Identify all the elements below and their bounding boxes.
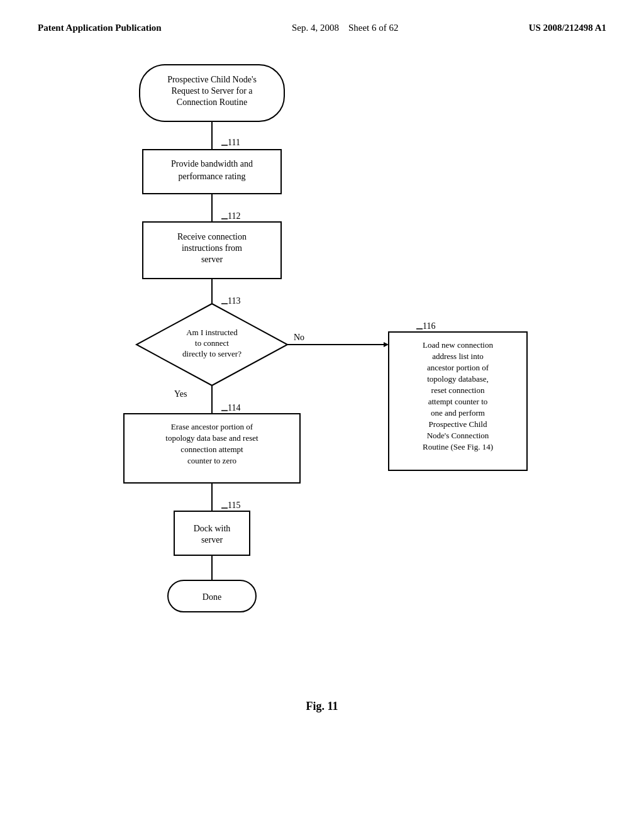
patent-number: US 2008/212498 A1: [529, 23, 606, 33]
diagram-area: Prospective Child Node's Request to Serv…: [0, 33, 644, 732]
svg-text:Provide bandwidth and: Provide bandwidth and: [171, 159, 253, 169]
svg-text:instructions from: instructions from: [182, 243, 242, 253]
svg-text:performance rating: performance rating: [179, 172, 246, 181]
svg-text:Connection Routine: Connection Routine: [177, 97, 247, 107]
svg-text:Node's Connection: Node's Connection: [427, 431, 489, 440]
svg-text:111: 111: [228, 138, 240, 147]
svg-text:Load new connection: Load new connection: [423, 340, 493, 350]
svg-text:topology data base and reset: topology data base and reset: [165, 433, 258, 443]
svg-text:Prospective Child: Prospective Child: [429, 419, 487, 429]
publication-date: Sep. 4, 2008: [292, 23, 339, 33]
svg-text:ancestor portion of: ancestor portion of: [427, 363, 489, 372]
svg-text:reset connection: reset connection: [431, 385, 485, 395]
page-header: Patent Application Publication Sep. 4, 2…: [0, 0, 644, 33]
svg-text:Done: Done: [203, 592, 221, 602]
publication-title: Patent Application Publication: [38, 23, 162, 33]
svg-text:connection attempt: connection attempt: [180, 445, 243, 454]
svg-text:topology database,: topology database,: [427, 374, 488, 384]
svg-text:113: 113: [228, 296, 240, 306]
svg-text:Am I instructed: Am I instructed: [186, 328, 238, 337]
figure-caption: Fig. 11: [306, 700, 338, 713]
svg-text:Receive connection: Receive connection: [177, 232, 247, 241]
svg-text:114: 114: [228, 403, 240, 412]
svg-text:Yes: Yes: [174, 389, 187, 399]
svg-text:Erase ancestor portion of: Erase ancestor portion of: [171, 422, 253, 431]
svg-text:Prospective Child Node's: Prospective Child Node's: [167, 75, 257, 84]
svg-text:attempt counter to: attempt counter to: [428, 397, 488, 406]
svg-text:directly to server?: directly to server?: [182, 349, 242, 358]
svg-text:one and perform: one and perform: [431, 408, 485, 418]
svg-text:address list into: address list into: [432, 351, 484, 361]
svg-text:No: No: [294, 333, 304, 342]
flowchart: Prospective Child Node's Request to Serv…: [77, 52, 567, 694]
sheet-number: Sheet 6 of 62: [348, 23, 399, 33]
svg-text:115: 115: [228, 501, 240, 510]
svg-rect-52: [174, 511, 250, 555]
svg-text:Request to Server for a: Request to Server for a: [171, 86, 253, 96]
svg-text:112: 112: [228, 211, 240, 221]
svg-text:116: 116: [423, 321, 435, 331]
svg-text:to connect: to connect: [195, 338, 229, 348]
svg-text:server: server: [201, 255, 223, 264]
svg-marker-26: [384, 342, 389, 347]
svg-text:server: server: [201, 535, 223, 545]
header-center: Sep. 4, 2008 Sheet 6 of 62: [292, 23, 399, 33]
svg-text:counter to zero: counter to zero: [187, 456, 236, 465]
svg-text:Routine (See Fig. 14): Routine (See Fig. 14): [423, 442, 493, 451]
svg-text:Dock with: Dock with: [194, 524, 231, 533]
